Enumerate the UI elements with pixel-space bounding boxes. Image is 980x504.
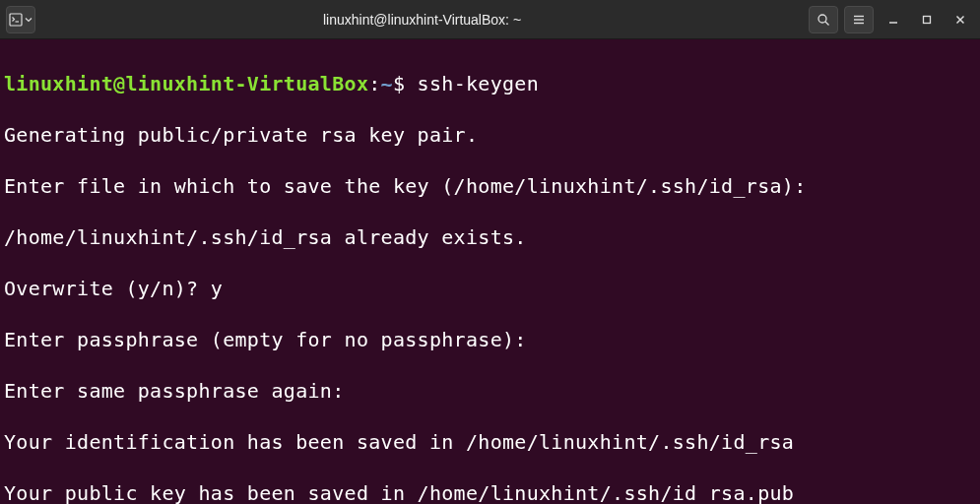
- svg-line-3: [825, 22, 829, 26]
- output-line: Generating public/private rsa key pair.: [4, 122, 976, 148]
- svg-rect-0: [10, 14, 22, 26]
- chevron-down-icon: [25, 16, 33, 24]
- output-line: Enter passphrase (empty for no passphras…: [4, 327, 976, 352]
- titlebar-right: [809, 6, 974, 33]
- window-title: linuxhint@linuxhint-VirtualBox: ~: [35, 12, 809, 28]
- prompt-path: ~: [381, 72, 393, 95]
- output-line: Your identification has been saved in /h…: [4, 429, 976, 455]
- maximize-icon: [921, 14, 933, 26]
- output-line: Overwrite (y/n)? y: [4, 276, 976, 301]
- minimize-icon: [887, 14, 899, 26]
- titlebar: linuxhint@linuxhint-VirtualBox: ~: [0, 0, 980, 39]
- terminal-icon: [9, 13, 23, 27]
- output-line: Enter same passphrase again:: [4, 378, 976, 404]
- menu-button[interactable]: [844, 6, 874, 33]
- prompt-user: linuxhint@linuxhint-VirtualBox: [4, 72, 368, 95]
- prompt-dollar: $: [393, 72, 418, 95]
- prompt-line: linuxhint@linuxhint-VirtualBox:~$ ssh-ke…: [4, 71, 976, 96]
- minimize-button[interactable]: [880, 6, 907, 33]
- titlebar-left: [6, 6, 35, 33]
- terminal-output[interactable]: linuxhint@linuxhint-VirtualBox:~$ ssh-ke…: [0, 39, 980, 504]
- svg-point-2: [818, 15, 826, 23]
- command-text: ssh-keygen: [418, 72, 539, 95]
- maximize-button[interactable]: [913, 6, 941, 33]
- search-icon: [817, 13, 830, 27]
- output-line: Your public key has been saved in /home/…: [4, 480, 976, 504]
- output-line: Enter file in which to save the key (/ho…: [4, 173, 976, 199]
- prompt-sep: :: [368, 72, 380, 95]
- search-button[interactable]: [809, 6, 838, 33]
- close-button[interactable]: [947, 6, 974, 33]
- hamburger-icon: [852, 13, 866, 27]
- svg-rect-8: [924, 16, 931, 23]
- output-line: /home/linuxhint/.ssh/id_rsa already exis…: [4, 224, 976, 250]
- new-tab-button[interactable]: [6, 6, 35, 33]
- close-icon: [954, 14, 966, 26]
